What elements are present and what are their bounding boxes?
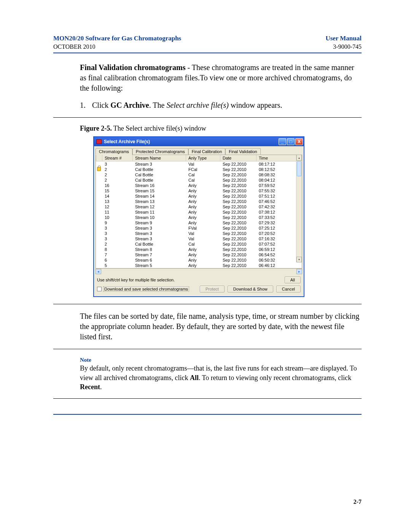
cell-date: Sep 22,2010: [220, 257, 256, 263]
step1-cmd: GC Archive: [110, 101, 149, 109]
tabs: Chromatograms Protected Chromatograms Fi…: [94, 146, 304, 155]
cell-date: Sep 22,2010: [220, 241, 256, 247]
cell-stream: 5: [102, 263, 133, 268]
figcap-label: Figure 2-5.: [80, 125, 112, 132]
titlebar[interactable]: Select Archive File(s) _ □ X: [94, 137, 304, 146]
cell-date: Sep 22,2010: [220, 204, 256, 209]
footer-rule: [53, 414, 362, 415]
scroll-right-icon[interactable]: ▸: [296, 269, 302, 274]
col-time[interactable]: Time: [256, 155, 302, 161]
figcap-text: The Select archive file(s) window: [112, 125, 206, 132]
scroll-thumb[interactable]: [297, 161, 301, 176]
download-save-checkbox[interactable]: Download and save selected chromatograms: [97, 286, 189, 292]
protect-button[interactable]: Protect: [200, 286, 225, 292]
table-row[interactable]: 2Cal BottleCalSep 22,201008:08:32: [96, 172, 302, 177]
cell-type: Val: [186, 231, 220, 236]
cell-date: Sep 22,2010: [220, 177, 256, 183]
lock-cell: [96, 172, 102, 177]
cell-stream: 9: [102, 220, 133, 225]
table-row[interactable]: 7Stream 7AnlySep 22,201006:54:52: [96, 252, 302, 257]
lock-cell: [96, 204, 102, 209]
table-row[interactable]: 3Stream 3ValSep 22,201008:17:12: [96, 161, 302, 167]
table-row[interactable]: 8Stream 8AnlySep 22,201006:59:12: [96, 247, 302, 252]
table-row[interactable]: 6Stream 6AnlySep 22,201006:50:32: [96, 257, 302, 263]
note-b2: Recent: [80, 383, 100, 391]
header-rule: [53, 53, 362, 53]
table-row[interactable]: 3Stream 3ValSep 22,201007:16:32: [96, 236, 302, 241]
cell-date: Sep 22,2010: [220, 252, 256, 257]
checkbox-label: Download and save selected chromatograms: [103, 286, 189, 292]
download-show-button[interactable]: Download & Show: [228, 286, 273, 292]
table-row[interactable]: 11Stream 11AnlySep 22,201007:38:12: [96, 209, 302, 215]
archive-table[interactable]: Stream # Stream Name Anly Type Date Time…: [96, 155, 302, 268]
fig-rule-top: [53, 117, 362, 118]
cell-date: Sep 22,2010: [220, 193, 256, 199]
cell-name: Stream 8: [133, 247, 186, 252]
table-row[interactable]: 10Stream 10AnlySep 22,201007:33:52: [96, 215, 302, 220]
cell-time: 08:17:12: [256, 161, 302, 167]
scroll-left-icon[interactable]: ◂: [96, 269, 101, 274]
lock-cell: [96, 231, 102, 236]
table-container: Stream # Stream Name Anly Type Date Time…: [96, 155, 302, 268]
table-row[interactable]: 14Stream 14AnlySep 22,201007:51:12: [96, 193, 302, 199]
cell-time: 08:12:52: [256, 167, 302, 172]
note-b1: All: [190, 374, 199, 382]
cell-type: Val: [186, 236, 220, 241]
checkbox-icon[interactable]: [97, 287, 102, 291]
cell-name: Cal Bottle: [133, 177, 186, 183]
close-button[interactable]: X: [295, 138, 303, 145]
cell-time: 06:59:12: [256, 247, 302, 252]
note-rule-top: [53, 349, 362, 349]
cell-name: Stream 3: [133, 231, 186, 236]
maximize-button[interactable]: □: [287, 138, 295, 145]
para-sort-info: The files can be sorted by date, file na…: [80, 311, 362, 342]
vertical-scrollbar[interactable]: ▴ ▾: [296, 155, 302, 262]
col-stream-num[interactable]: Stream #: [102, 155, 133, 161]
cell-time: 07:51:12: [256, 193, 302, 199]
all-button[interactable]: All: [285, 276, 301, 283]
cell-stream: 12: [102, 204, 133, 209]
lock-cell: [96, 252, 102, 257]
cell-name: Cal Bottle: [133, 167, 186, 172]
table-row[interactable]: 2Cal BottleCalSep 22,201008:04:12: [96, 177, 302, 183]
col-stream-name[interactable]: Stream Name: [133, 155, 186, 161]
tab-protected-chromatograms[interactable]: Protected Chromatograms: [132, 148, 188, 155]
col-date[interactable]: Date: [220, 155, 256, 161]
table-row[interactable]: 12Stream 12AnlySep 22,201007:42:32: [96, 204, 302, 209]
table-row[interactable]: 3Stream 3ValSep 22,201007:20:52: [96, 231, 302, 236]
note-t3: .: [100, 383, 102, 391]
cell-time: 07:42:32: [256, 204, 302, 209]
table-row[interactable]: 15Stream 15AnlySep 22,201007:55:32: [96, 188, 302, 193]
scroll-down-icon[interactable]: ▾: [296, 257, 302, 262]
col-lock[interactable]: [96, 155, 102, 161]
minimize-button[interactable]: _: [279, 138, 286, 145]
lock-icon: [97, 167, 101, 171]
table-row[interactable]: 2Cal BottleCalSep 22,201007:07:52: [96, 241, 302, 247]
lock-cell: [96, 193, 102, 199]
scroll-up-icon[interactable]: ▴: [296, 155, 302, 161]
table-row[interactable]: 9Stream 9AnlySep 22,201007:29:32: [96, 220, 302, 225]
col-anly-type[interactable]: Anly Type: [186, 155, 220, 161]
table-row[interactable]: 2Cal BottleFCalSep 22,201008:12:52: [96, 167, 302, 172]
cell-name: Stream 12: [133, 204, 186, 209]
step1-post: window appears.: [229, 101, 282, 109]
cell-date: Sep 22,2010: [220, 225, 256, 231]
lock-cell: [96, 199, 102, 204]
cell-name: Stream 3: [133, 161, 186, 167]
cell-time: 07:46:52: [256, 199, 302, 204]
note-label: Note: [80, 356, 362, 364]
tab-final-calibration[interactable]: Final Calibration: [188, 148, 225, 155]
cancel-button[interactable]: Cancel: [276, 286, 301, 292]
horizontal-scrollbar[interactable]: ◂ ▸: [96, 268, 302, 274]
lock-cell: [96, 167, 102, 172]
table-row[interactable]: 3Stream 3FValSep 22,201007:25:12: [96, 225, 302, 231]
tab-final-validation[interactable]: Final Validation: [225, 148, 260, 155]
table-row[interactable]: 13Stream 13AnlySep 22,201007:46:52: [96, 199, 302, 204]
table-row[interactable]: 16Stream 16AnlySep 22,201007:59:52: [96, 183, 302, 188]
tab-chromatograms[interactable]: Chromatograms: [96, 148, 132, 155]
lock-cell: [96, 183, 102, 188]
cell-stream: 2: [102, 241, 133, 247]
cell-time: 07:33:52: [256, 215, 302, 220]
cell-time: 08:08:32: [256, 172, 302, 177]
table-row[interactable]: 5Stream 5AnlySep 22,201006:46:12: [96, 263, 302, 268]
